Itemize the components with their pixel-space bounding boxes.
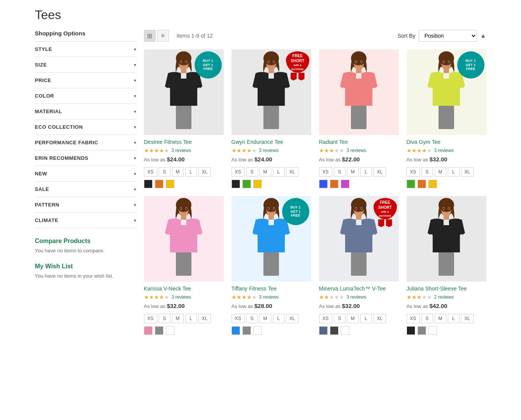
size-button-xl[interactable]: XL <box>286 314 299 323</box>
product-image-5[interactable] <box>144 196 224 282</box>
filter-new[interactable]: NEW▾ <box>35 166 136 181</box>
size-button-l[interactable]: L <box>448 314 460 323</box>
size-button-xs[interactable]: XS <box>144 314 157 323</box>
product-name-7[interactable]: Minerva LumaTech™ V-Tee <box>319 285 399 292</box>
filter-eco[interactable]: ECO COLLECTION▾ <box>35 119 136 135</box>
size-button-s[interactable]: S <box>159 167 170 177</box>
product-name-2[interactable]: Gwyn Endurance Tee <box>232 139 311 145</box>
color-swatch-0[interactable] <box>144 326 153 335</box>
sort-direction-button[interactable]: ▲ <box>480 32 486 39</box>
grid-view-button[interactable]: ⊞ <box>144 30 156 42</box>
reviews-link-4[interactable]: 3 reviews <box>434 148 454 153</box>
color-swatch-2[interactable] <box>341 180 349 188</box>
color-swatch-2[interactable] <box>166 180 174 188</box>
color-swatch-1[interactable] <box>242 326 251 335</box>
size-button-m[interactable]: M <box>347 314 359 323</box>
size-button-m[interactable]: M <box>435 167 446 177</box>
size-button-l[interactable]: L <box>273 167 284 177</box>
size-button-xs[interactable]: XS <box>407 167 420 177</box>
filter-climate[interactable]: CLIMATE▾ <box>35 212 136 228</box>
product-image-7[interactable]: FREESHORTwith apurchase <box>319 196 399 282</box>
size-button-l[interactable]: L <box>185 314 197 323</box>
size-button-m[interactable]: M <box>172 314 184 323</box>
size-button-s[interactable]: S <box>246 167 258 177</box>
color-swatch-0[interactable] <box>407 326 415 335</box>
reviews-link-3[interactable]: 3 reviews <box>347 148 367 153</box>
product-image-2[interactable]: FREESHORTwith apurchase <box>232 49 311 135</box>
color-swatch-0[interactable] <box>144 180 153 188</box>
size-button-l[interactable]: L <box>360 314 372 323</box>
size-button-s[interactable]: S <box>421 167 433 177</box>
color-swatch-0[interactable] <box>319 180 328 188</box>
color-swatch-2[interactable] <box>428 180 437 188</box>
size-button-s[interactable]: S <box>421 314 433 323</box>
filter-erin[interactable]: ERIN RECOMMENDS▾ <box>35 150 136 166</box>
color-swatch-1[interactable] <box>418 326 426 335</box>
color-swatch-2[interactable] <box>166 326 174 335</box>
product-name-8[interactable]: Juliana Short-Sleeve Tee <box>407 285 486 292</box>
filter-pattern[interactable]: PATTERN▾ <box>35 197 136 212</box>
size-button-xs[interactable]: XS <box>232 314 245 323</box>
size-button-xl[interactable]: XL <box>198 314 211 323</box>
reviews-link-1[interactable]: 3 reviews <box>172 148 191 153</box>
size-button-s[interactable]: S <box>334 314 346 323</box>
reviews-link-7[interactable]: 3 reviews <box>347 294 367 300</box>
color-swatch-2[interactable] <box>341 326 349 335</box>
color-swatch-0[interactable] <box>232 180 240 188</box>
size-button-m[interactable]: M <box>172 167 184 177</box>
filter-material[interactable]: MATERIAL▾ <box>35 103 136 119</box>
list-view-button[interactable]: ≡ <box>157 30 169 42</box>
filter-performance[interactable]: PERFORMANCE FABRIC▾ <box>35 135 136 150</box>
filter-style[interactable]: STYLE▾ <box>35 41 136 57</box>
color-swatch-1[interactable] <box>242 180 251 188</box>
color-swatch-0[interactable] <box>319 326 328 335</box>
product-name-6[interactable]: Tiffany Fitness Tee <box>232 285 311 292</box>
sort-select[interactable]: Position Product Name Price <box>419 30 477 42</box>
color-swatch-2[interactable] <box>253 326 262 335</box>
size-button-xs[interactable]: XS <box>144 167 157 177</box>
size-button-xl[interactable]: XL <box>286 167 299 177</box>
size-button-l[interactable]: L <box>448 167 460 177</box>
size-button-s[interactable]: S <box>246 314 258 323</box>
reviews-link-8[interactable]: 2 reviews <box>434 294 454 300</box>
size-button-m[interactable]: M <box>260 167 271 177</box>
color-swatch-1[interactable] <box>155 180 163 188</box>
color-swatch-1[interactable] <box>418 180 426 188</box>
size-button-m[interactable]: M <box>260 314 271 323</box>
size-button-xs[interactable]: XS <box>407 314 420 323</box>
size-button-s[interactable]: S <box>159 314 170 323</box>
filter-price[interactable]: PRICE▾ <box>35 72 136 88</box>
product-name-5[interactable]: Karissa V-Neck Tee <box>144 285 224 292</box>
filter-color[interactable]: COLOR▾ <box>35 88 136 103</box>
color-swatch-2[interactable] <box>253 180 262 188</box>
reviews-link-2[interactable]: 3 reviews <box>259 148 279 153</box>
product-image-1[interactable]: BUY 1GET 1FREE <box>144 49 224 135</box>
product-image-4[interactable]: BUY 1GET 1FREE <box>407 49 486 135</box>
size-button-xl[interactable]: XL <box>461 314 474 323</box>
color-swatch-0[interactable] <box>232 326 240 335</box>
size-button-xl[interactable]: XL <box>198 167 211 177</box>
size-button-s[interactable]: S <box>334 167 346 177</box>
size-button-m[interactable]: M <box>347 167 359 177</box>
color-swatch-1[interactable] <box>330 180 339 188</box>
filter-sale[interactable]: SALE▾ <box>35 181 136 197</box>
size-button-m[interactable]: M <box>435 314 446 323</box>
color-swatch-1[interactable] <box>155 326 163 335</box>
reviews-link-5[interactable]: 3 reviews <box>172 294 191 300</box>
size-button-xs[interactable]: XS <box>319 167 332 177</box>
filter-size[interactable]: SIZE▾ <box>35 57 136 72</box>
size-button-xl[interactable]: XL <box>461 167 474 177</box>
product-image-8[interactable] <box>407 196 486 282</box>
size-button-l[interactable]: L <box>360 167 372 177</box>
product-name-1[interactable]: Desiree Fitness Tee <box>144 139 224 145</box>
product-name-3[interactable]: Radiant Tee <box>319 139 399 145</box>
product-image-3[interactable] <box>319 49 399 135</box>
product-image-6[interactable]: BUY 1GET 1FREE <box>232 196 311 282</box>
size-button-l[interactable]: L <box>273 314 284 323</box>
color-swatch-1[interactable] <box>330 326 339 335</box>
size-button-l[interactable]: L <box>185 167 197 177</box>
color-swatch-2[interactable] <box>428 326 437 335</box>
size-button-xs[interactable]: XS <box>319 314 332 323</box>
size-button-xs[interactable]: XS <box>232 167 245 177</box>
size-button-xl[interactable]: XL <box>374 314 386 323</box>
